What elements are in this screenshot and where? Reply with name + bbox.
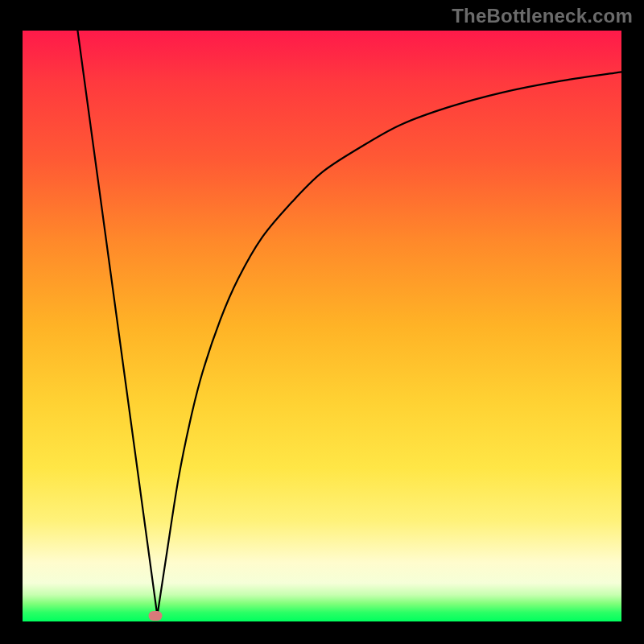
- chart-frame: TheBottleneck.com: [0, 0, 644, 644]
- watermark-text: TheBottleneck.com: [452, 5, 633, 27]
- curve-path: [77, 31, 621, 616]
- curve-layer: [23, 31, 621, 621]
- min-marker: [149, 611, 163, 621]
- plot-area: [23, 31, 621, 621]
